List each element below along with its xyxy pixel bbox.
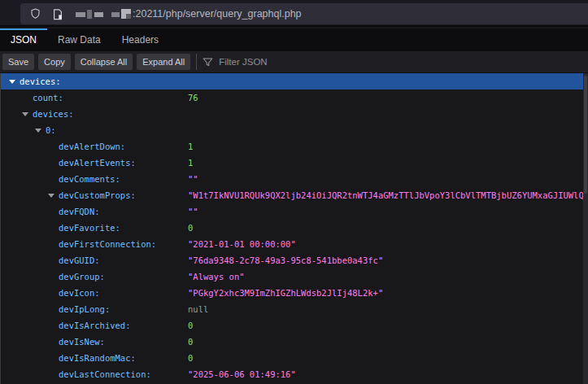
redacted-url-segment xyxy=(76,7,133,20)
json-key: devIsRandomMac: xyxy=(59,350,136,366)
json-value: 0 xyxy=(188,220,193,236)
page-icon[interactable] xyxy=(48,4,68,24)
expander-arrow-icon[interactable] xyxy=(35,129,41,133)
tree-row-0[interactable]: 0: xyxy=(1,122,588,138)
tree-row-devComments[interactable]: devComments:"" xyxy=(1,171,588,187)
tree-row-devIcon[interactable]: devIcon:"PGkgY2xhc3M9ImZhIGZhLWdsb2JlIj4… xyxy=(1,285,588,301)
tree-row-count[interactable]: count:76 xyxy=(1,89,588,106)
json-key: devGUID: xyxy=(59,252,100,268)
json-key: devIpLong: xyxy=(59,301,110,317)
toolbar-separator xyxy=(196,54,197,70)
json-key: devFQDN: xyxy=(59,203,100,220)
json-key: devCustomProps: xyxy=(59,187,136,203)
browser-chrome: :20211/php/server/query_graphql.php xyxy=(0,0,588,27)
tree-row-devIsArchived[interactable]: devIsArchived:0 xyxy=(1,317,588,334)
tab-json[interactable]: JSON xyxy=(0,28,47,51)
json-key: count: xyxy=(33,89,63,106)
tree-row-devLastConnection[interactable]: devLastConnection:"2025-06-06 01:49:16" xyxy=(1,366,588,382)
json-value: "" xyxy=(188,203,198,220)
tree-row-devFQDN[interactable]: devFQDN:"" xyxy=(1,203,588,220)
json-key: devices: xyxy=(33,106,74,122)
tree-row-devGroup[interactable]: devGroup:"Always on" xyxy=(1,268,588,285)
json-value: 0 xyxy=(188,317,193,334)
json-key: devices: xyxy=(20,73,61,89)
json-value: "W1t7IkNVU1RQUk9QX2ljb24iOiJQR2tnWTJ4aGM… xyxy=(188,187,588,203)
json-key: devFirstConnection: xyxy=(59,236,156,252)
json-tree: devices:count:76devices:0:devAlertDown:1… xyxy=(0,73,588,384)
json-key: devIsNew: xyxy=(59,334,105,350)
json-key: devIcon: xyxy=(59,285,100,301)
json-value: 1 xyxy=(188,155,193,171)
collapse-all-button[interactable]: Collapse All xyxy=(75,54,133,70)
json-key: devComments: xyxy=(59,171,120,187)
filter-json-input[interactable] xyxy=(219,57,588,67)
json-value: "2025-06-06 01:49:16" xyxy=(188,366,296,382)
json-key: devAlertDown: xyxy=(59,138,125,155)
tab-headers[interactable]: Headers xyxy=(111,28,169,51)
expand-all-button[interactable]: Expand All xyxy=(137,54,190,70)
json-value: 0 xyxy=(188,334,193,350)
json-key: devIsArchived: xyxy=(59,317,131,334)
json-value: "" xyxy=(188,171,198,187)
tree-row-devAlertEvents[interactable]: devAlertEvents:1 xyxy=(1,155,588,171)
filter-json-box xyxy=(203,51,588,73)
url-text: :20211/php/server/query_graphql.php xyxy=(133,8,302,20)
json-value: "PGkgY2xhc3M9ImZhIGZhLWdsb2JlIj48L2k+" xyxy=(188,285,383,301)
save-button[interactable]: Save xyxy=(2,54,34,70)
json-value: 76 xyxy=(188,89,198,106)
copy-button[interactable]: Copy xyxy=(38,54,71,70)
shield-icon[interactable] xyxy=(25,4,45,24)
json-key: devFavorite: xyxy=(59,220,120,236)
json-key: devLastConnection: xyxy=(59,366,151,382)
filter-funnel-icon xyxy=(203,57,213,68)
tree-row-devFavorite[interactable]: devFavorite:0 xyxy=(1,220,588,236)
json-value: null xyxy=(188,301,208,317)
expander-arrow-icon[interactable] xyxy=(22,112,28,116)
browser-window: :20211/php/server/query_graphql.php JSON… xyxy=(0,0,588,384)
json-key: 0: xyxy=(46,122,56,138)
json-value: 1 xyxy=(188,138,193,155)
json-value: 0 xyxy=(188,350,193,366)
tree-row-devCustomProps[interactable]: devCustomProps:"W1t7IkNVU1RQUk9QX2ljb24i… xyxy=(1,187,588,203)
tree-row-devices[interactable]: devices: xyxy=(1,73,588,89)
tree-row-devFirstConnection[interactable]: devFirstConnection:"2021-01-01 00:00:00" xyxy=(1,236,588,252)
json-value: "76da9348-2c78-49a3-95c8-541bbe0a43fc" xyxy=(188,252,383,268)
expander-arrow-icon[interactable] xyxy=(9,80,15,84)
json-value: "2021-01-01 00:00:00" xyxy=(188,236,296,252)
tree-row-devices[interactable]: devices: xyxy=(1,106,588,122)
tab-raw-data[interactable]: Raw Data xyxy=(47,28,111,51)
expander-arrow-icon[interactable] xyxy=(48,194,54,198)
json-key: devAlertEvents: xyxy=(59,155,136,171)
viewer-tab-bar: JSON Raw Data Headers xyxy=(0,28,588,51)
tree-row-devIsRandomMac[interactable]: devIsRandomMac:0 xyxy=(1,350,588,366)
scrollbar[interactable] xyxy=(583,73,588,384)
json-key: devGroup: xyxy=(59,268,105,285)
json-value: "Always on" xyxy=(188,268,245,285)
tree-row-devIsNew[interactable]: devIsNew:0 xyxy=(1,334,588,350)
scrollbar-thumb[interactable] xyxy=(584,76,587,194)
tree-row-devIpLong[interactable]: devIpLong:null xyxy=(1,301,588,317)
tree-row-devAlertDown[interactable]: devAlertDown:1 xyxy=(1,138,588,155)
tree-row-devGUID[interactable]: devGUID:"76da9348-2c78-49a3-95c8-541bbe0… xyxy=(1,252,588,268)
url-bar[interactable]: :20211/php/server/query_graphql.php xyxy=(20,3,588,24)
json-toolbar: Save Copy Collapse All Expand All xyxy=(0,51,588,73)
